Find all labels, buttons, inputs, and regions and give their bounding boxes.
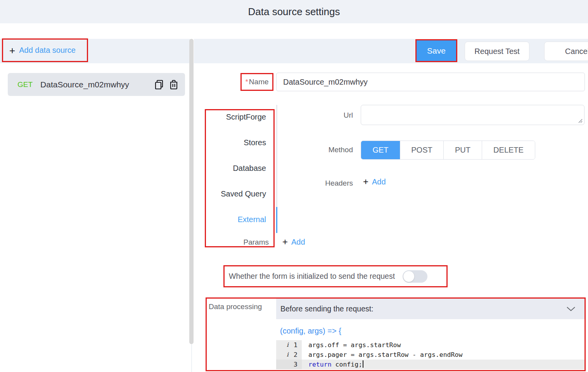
line-number: 1 [294, 340, 297, 350]
line-number: 2 [294, 350, 297, 360]
delete-icon[interactable] [169, 80, 179, 90]
datasource-name: DataSource_m02mwhyy [40, 80, 154, 89]
data-processing-label: Data processing [209, 302, 262, 311]
method-badge: GET [17, 80, 33, 89]
add-data-source-button[interactable]: + Add data source [2, 38, 88, 62]
name-input[interactable] [276, 73, 585, 91]
lint-marker-icon: i [287, 340, 290, 350]
name-label-text: Name [249, 78, 269, 86]
line-number: 3 [294, 360, 297, 369]
method-delete-button[interactable]: DELETE [482, 141, 535, 159]
code-signature: (config, args) => { [280, 327, 341, 335]
add-data-source-label: Add data source [19, 46, 76, 55]
code-gutter: i 1 [276, 340, 302, 350]
tab-active-indicator [276, 207, 277, 233]
save-button-label: Save [427, 46, 446, 56]
url-field-label: Url [318, 111, 353, 120]
headers-field-label: Headers [318, 179, 353, 188]
resize-handle-icon[interactable] [578, 118, 583, 123]
data-source-settings-screen: Data source settings + Add data source G… [0, 0, 588, 372]
init-toggle-switch[interactable] [403, 270, 427, 283]
init-request-toggle-row: Whether the form is initialized to send … [223, 265, 448, 287]
copy-icon[interactable] [154, 80, 164, 90]
method-segmented-control: GET POST PUT DELETE [361, 141, 535, 160]
required-asterisk: * [245, 78, 248, 86]
keyword-return: return [308, 361, 332, 368]
plus-icon: + [282, 237, 288, 247]
tab-external[interactable]: External [205, 212, 266, 227]
before-request-section-header[interactable]: Before sending the request: [276, 299, 585, 319]
chevron-down-icon[interactable] [566, 306, 576, 312]
plus-icon: + [363, 177, 368, 186]
params-add-label: Add [291, 238, 305, 247]
code-text: return config; [302, 360, 585, 369]
code-gutter: 3 [276, 360, 302, 369]
method-put-button[interactable]: PUT [443, 141, 482, 159]
code-rest: config; [332, 361, 362, 368]
params-add-button[interactable]: + Add [282, 237, 305, 247]
request-test-button[interactable]: Request Test [465, 42, 529, 61]
code-line-2[interactable]: i 2 args.pager = args.startRow - args.en… [276, 350, 585, 360]
headers-add-label: Add [372, 177, 386, 186]
text-cursor [363, 360, 363, 368]
code-editor[interactable]: i 1 args.off = args.startRow i 2 args.pa… [276, 340, 585, 369]
code-gutter: i 2 [276, 350, 302, 360]
method-post-button[interactable]: POST [400, 141, 443, 159]
request-test-label: Request Test [474, 47, 519, 56]
headers-add-button[interactable]: + Add [363, 177, 386, 186]
method-field-label: Method [318, 146, 353, 154]
cancel-label: Cancel [565, 47, 588, 56]
tab-database[interactable]: Database [205, 160, 266, 176]
tab-stores[interactable]: Stores [205, 135, 266, 150]
tab-saved-query[interactable]: Saved Query [205, 186, 266, 202]
lint-marker-icon: i [287, 350, 290, 360]
toggle-knob [403, 271, 414, 282]
code-line-1[interactable]: i 1 args.off = args.startRow [276, 340, 585, 350]
code-text: args.pager = args.startRow - args.endRow [302, 350, 585, 360]
save-button[interactable]: Save [415, 39, 457, 62]
page-title: Data source settings [0, 0, 588, 23]
url-textarea[interactable] [361, 105, 585, 125]
params-field-label: Params [205, 238, 269, 247]
init-toggle-label: Whether the form is initialized to send … [229, 272, 395, 281]
method-get-button[interactable]: GET [361, 141, 400, 159]
cancel-button[interactable]: Cancel [544, 42, 588, 61]
plus-icon: + [9, 45, 15, 56]
code-text: args.off = args.startRow [302, 340, 585, 350]
datasource-list-item[interactable]: GET DataSource_m02mwhyy [8, 73, 185, 96]
code-line-3[interactable]: 3 return config; [276, 360, 585, 369]
tab-scriptforge[interactable]: ScriptForge [205, 109, 266, 125]
name-field-label: * Name [240, 73, 273, 91]
before-request-title: Before sending the request: [280, 304, 374, 313]
top-header: Data source settings [0, 0, 588, 23]
panel-divider-scrollbar[interactable] [189, 39, 194, 344]
